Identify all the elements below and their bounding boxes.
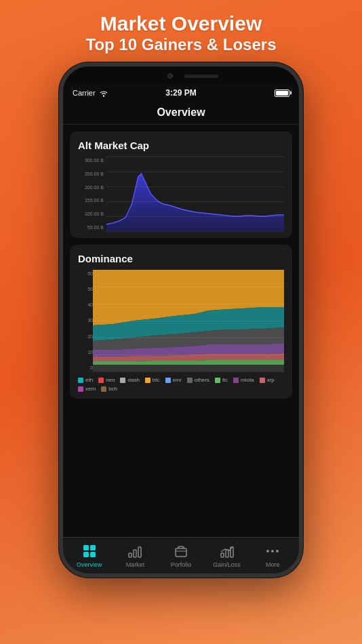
nav-title-text: Overview <box>157 106 205 119</box>
y-label-0: 300.00 B <box>78 158 104 163</box>
svg-rect-9 <box>221 553 224 557</box>
phone-top <box>63 66 299 85</box>
more-icon <box>264 543 281 559</box>
tab-market[interactable]: Market <box>113 543 159 568</box>
status-right <box>275 89 289 97</box>
legend-item-neo: neo <box>98 377 115 383</box>
dominance-card: Dominance 60 50 40 30 20 10 0 <box>70 245 292 399</box>
tab-gainloss-label: Gain/Loss <box>213 561 241 568</box>
dom-y-2: 40 <box>78 302 93 307</box>
app-header: Market Overview Top 10 Gainers & Losers <box>73 0 290 62</box>
legend-dot-xrp <box>260 378 265 383</box>
legend-dot-others <box>187 378 193 383</box>
phone-speaker <box>184 75 218 78</box>
legend-label-btc: btc <box>153 377 160 383</box>
legend-label-xem: xem <box>85 386 96 392</box>
dominance-legend: ethneodashbtcxmrothersltcmiotaxrpxembch <box>78 377 284 392</box>
header-line2: Top 10 Gainers & Losers <box>86 35 277 54</box>
legend-item-xrp: xrp <box>260 377 275 383</box>
svg-point-12 <box>266 550 269 552</box>
y-label-2: 200.00 B <box>78 185 104 190</box>
tab-more[interactable]: More <box>249 543 296 568</box>
tab-overview[interactable]: Overview <box>66 543 113 568</box>
legend-dot-bch <box>101 386 106 392</box>
legend-item-others: others <box>187 377 209 383</box>
legend-item-xmr: xmr <box>165 377 182 383</box>
tab-gainloss[interactable]: Gain/Loss <box>204 543 250 568</box>
legend-label-others: others <box>195 377 209 383</box>
battery-fill <box>276 91 288 96</box>
dominance-title: Dominance <box>78 253 284 264</box>
legend-dot-xem <box>78 386 83 392</box>
dom-y-1: 50 <box>78 287 93 291</box>
legend-dot-xmr <box>165 378 171 383</box>
wifi-icon <box>99 89 108 97</box>
status-time: 3:29 PM <box>165 88 196 98</box>
svg-rect-5 <box>134 550 136 557</box>
dom-y-3: 30 <box>78 318 93 323</box>
legend-dot-dash <box>120 378 125 383</box>
svg-rect-4 <box>129 553 132 557</box>
market-icon <box>127 543 143 559</box>
legend-dot-neo <box>98 378 104 383</box>
legend-dot-ltc <box>215 378 220 383</box>
svg-point-13 <box>271 550 274 552</box>
svg-rect-3 <box>90 552 96 557</box>
status-bar: Carrier 3:29 PM <box>63 85 299 100</box>
phone-shell: Carrier 3:29 PM Overview Alt Market Cap … <box>59 62 303 578</box>
main-content[interactable]: Alt Market Cap 300.00 B 250.00 B 200.00 … <box>63 125 299 545</box>
y-label-1: 250.00 B <box>78 172 104 176</box>
y-label-4: 100.00 B <box>78 212 104 216</box>
tab-bar: Overview Market Porfolio <box>63 537 299 573</box>
status-left: Carrier <box>73 89 108 97</box>
legend-dot-eth <box>78 378 83 383</box>
dom-y-4: 20 <box>78 334 93 339</box>
dom-y-6: 0 <box>78 365 93 370</box>
svg-rect-6 <box>138 547 141 557</box>
legend-dot-miota <box>233 378 239 383</box>
legend-item-xem: xem <box>78 386 96 392</box>
legend-label-ltc: ltc <box>222 377 228 383</box>
svg-rect-0 <box>83 545 89 550</box>
legend-item-dash: dash <box>120 377 139 383</box>
tab-portfolio-label: Porfolio <box>171 561 192 568</box>
dom-y-0: 60 <box>78 271 93 276</box>
phone-camera <box>167 73 173 79</box>
nav-title-bar: Overview <box>63 100 299 125</box>
legend-label-dash: dash <box>127 377 139 383</box>
svg-rect-1 <box>90 545 96 550</box>
svg-rect-10 <box>226 550 228 557</box>
svg-rect-7 <box>176 548 186 557</box>
tab-overview-label: Overview <box>77 561 102 568</box>
overview-icon <box>81 543 98 559</box>
tab-portfolio[interactable]: Porfolio <box>158 543 204 568</box>
legend-item-miota: miota <box>233 377 254 383</box>
legend-label-eth: eth <box>85 377 93 383</box>
legend-item-ltc: ltc <box>215 377 228 383</box>
svg-rect-2 <box>83 552 89 557</box>
alt-market-cap-card: Alt Market Cap 300.00 B 250.00 B 200.00 … <box>70 132 292 238</box>
gainloss-icon <box>219 543 235 559</box>
dom-y-5: 10 <box>78 350 93 355</box>
legend-item-bch: bch <box>101 386 117 392</box>
base-area <box>93 365 284 371</box>
svg-point-14 <box>276 550 279 552</box>
legend-label-bch: bch <box>108 386 117 392</box>
portfolio-icon <box>173 543 189 559</box>
legend-label-miota: miota <box>241 377 254 383</box>
carrier-label: Carrier <box>73 89 96 97</box>
tab-more-label: More <box>266 561 280 568</box>
tab-market-label: Market <box>126 561 145 568</box>
legend-item-eth: eth <box>78 377 93 383</box>
legend-label-xmr: xmr <box>173 377 182 383</box>
legend-item-btc: btc <box>145 377 160 383</box>
alt-market-cap-title: Alt Market Cap <box>78 140 284 151</box>
legend-dot-btc <box>145 378 150 383</box>
header-line1: Market Overview <box>86 12 277 35</box>
legend-label-xrp: xrp <box>267 377 275 383</box>
alt-area <box>106 174 284 231</box>
y-label-5: 50.00 B <box>78 225 104 230</box>
legend-label-neo: neo <box>106 377 115 383</box>
alt-market-cap-chart <box>106 157 284 231</box>
battery-icon <box>275 89 289 97</box>
